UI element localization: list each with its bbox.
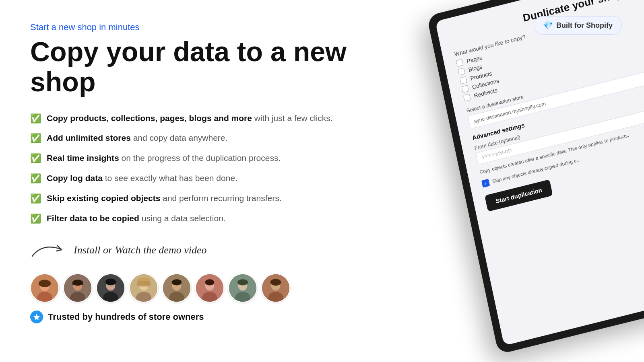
- feature-item: ✅ Filter data to be copied using a data …: [30, 212, 362, 225]
- avatars-row: [30, 274, 362, 302]
- feature-item: ✅ Copy log data to see exactly what has …: [30, 172, 362, 185]
- svg-rect-17: [137, 281, 151, 286]
- svg-point-33: [270, 279, 281, 286]
- main-title: Copy your data to a new shop: [30, 37, 362, 97]
- avatar-1: [30, 274, 59, 302]
- demo-text[interactable]: Install or Watch the demo video: [74, 244, 206, 256]
- demo-section: Install or Watch the demo video: [30, 241, 362, 259]
- feature-text-2: Add unlimited stores and copy data anywh…: [47, 132, 227, 144]
- trusted-badge-icon: [30, 311, 43, 323]
- avatar-8: [261, 274, 290, 302]
- feature-text-1: Copy products, collections, pages, blogs…: [47, 112, 333, 124]
- tablet-wrapper: Duplicate your shop What would you like …: [427, 0, 644, 354]
- tablet-inner: Duplicate your shop What would you like …: [435, 0, 644, 346]
- feature-text-6: Filter data to be copied using a data se…: [47, 212, 226, 224]
- feature-item: ✅ Real time insights on the progress of …: [30, 152, 362, 165]
- avatar-4: [129, 274, 158, 302]
- right-content: Duplicate your shop What would you like …: [386, 0, 644, 362]
- feature-item: ✅ Skip existing copied objects and perfo…: [30, 192, 362, 205]
- avatar-2: [63, 274, 92, 302]
- checkbox-collections-input[interactable]: [461, 85, 469, 93]
- shopify-badge-text: Built for Shopify: [556, 21, 613, 30]
- skip-checkbox-input[interactable]: ✓: [481, 179, 490, 188]
- trusted-text: Trusted by hundreds of store owners: [48, 312, 204, 322]
- check-icon-1: ✅: [30, 113, 41, 125]
- check-icon-4: ✅: [30, 173, 41, 185]
- svg-point-3: [39, 280, 51, 288]
- svg-point-25: [205, 280, 215, 286]
- avatar-5: [162, 274, 191, 302]
- checkbox-blogs-label: Blogs: [468, 63, 483, 73]
- feature-text-4: Copy log data to see exactly what has be…: [47, 172, 237, 184]
- svg-point-29: [237, 280, 248, 286]
- tagline: Start a new shop in minutes: [30, 22, 362, 33]
- tablet-outer: Duplicate your shop What would you like …: [427, 0, 644, 354]
- feature-text-5: Skip existing copied objects and perform…: [47, 192, 282, 204]
- check-icon-6: ✅: [30, 213, 41, 225]
- avatar-6: [195, 274, 224, 302]
- feature-text-3: Real time insights on the progress of th…: [47, 152, 281, 164]
- checkbox-products-input[interactable]: [460, 76, 467, 84]
- arrow-icon: [30, 241, 66, 259]
- checkbox-blogs-input[interactable]: [458, 68, 465, 76]
- diamond-icon: 💎: [543, 21, 553, 30]
- left-content: Start a new shop in minutes Copy your da…: [0, 0, 386, 362]
- svg-point-12: [105, 279, 116, 286]
- feature-item: ✅ Add unlimited stores and copy data any…: [30, 132, 362, 145]
- features-list: ✅ Copy products, collections, pages, blo…: [30, 112, 362, 225]
- main-container: 💎 Built for Shopify Start a new shop in …: [0, 0, 644, 362]
- avatar-3: [96, 274, 125, 302]
- check-icon-5: ✅: [30, 193, 41, 205]
- feature-item: ✅ Copy products, collections, pages, blo…: [30, 112, 362, 125]
- checkbox-redirects-input[interactable]: [463, 94, 471, 102]
- svg-rect-8: [72, 283, 83, 285]
- trusted-row: Trusted by hundreds of store owners: [30, 311, 362, 323]
- checkbox-pages-input[interactable]: [456, 59, 464, 67]
- check-icon-2: ✅: [30, 132, 41, 145]
- check-icon-3: ✅: [30, 152, 41, 165]
- checkbox-pages-label: Pages: [466, 54, 483, 64]
- avatar-7: [228, 274, 257, 302]
- shopify-badge: 💎 Built for Shopify: [534, 16, 622, 35]
- svg-point-21: [172, 280, 182, 286]
